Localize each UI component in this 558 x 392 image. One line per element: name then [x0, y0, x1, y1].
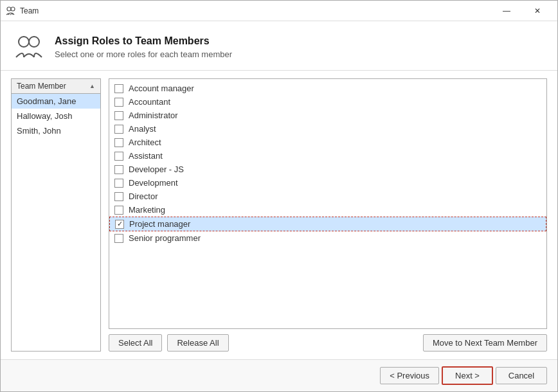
team-member-item[interactable]: Goodman, Jane	[12, 94, 100, 109]
role-checkbox[interactable]	[114, 138, 123, 147]
previous-button[interactable]: < Previous	[380, 367, 439, 384]
navigation-buttons: < Previous Next > Cancel	[380, 366, 547, 385]
dialog-header: Assign Roles to Team Members Select one …	[1, 21, 557, 71]
dialog-subtitle: Select one or more roles for each team m…	[55, 49, 232, 59]
title-bar: Team — ✕	[1, 1, 557, 21]
role-item[interactable]: Director	[109, 190, 546, 203]
team-panel-label: Team Member	[17, 82, 66, 91]
role-item[interactable]: Developer - JS	[109, 163, 546, 176]
role-item[interactable]: Senior programmer	[109, 231, 546, 245]
move-next-button[interactable]: Move to Next Team Member	[423, 334, 547, 352]
select-all-button[interactable]: Select All	[109, 334, 162, 352]
role-label: Director	[129, 192, 158, 201]
header-text: Assign Roles to Team Members Select one …	[55, 35, 232, 59]
window-title: Team	[20, 6, 39, 15]
scroll-arrow-icon: ▲	[89, 83, 95, 89]
roles-list: Account managerAccountantAdministratorAn…	[109, 78, 547, 329]
window-icon	[6, 6, 16, 16]
role-item[interactable]: Analyst	[109, 122, 546, 136]
role-item[interactable]: Accountant	[109, 95, 546, 109]
role-label: Senior programmer	[129, 233, 201, 243]
bottom-bar: < Previous Next > Cancel	[1, 359, 557, 391]
title-bar-left: Team	[6, 6, 39, 16]
role-checkbox[interactable]	[114, 234, 123, 243]
role-checkbox[interactable]	[114, 84, 123, 93]
release-all-button[interactable]: Release All	[167, 334, 228, 352]
role-label: Analyst	[129, 124, 156, 134]
role-checkbox[interactable]	[114, 165, 123, 174]
team-icon	[14, 31, 44, 62]
close-button[interactable]: ✕	[523, 1, 552, 21]
roles-panel: Account managerAccountantAdministratorAn…	[109, 78, 547, 352]
team-panel: Team Member ▲ Goodman, JaneHalloway, Jos…	[11, 78, 101, 352]
svg-point-3	[29, 37, 39, 47]
role-label: Accountant	[129, 97, 170, 107]
role-label: Marketing	[129, 205, 165, 215]
roles-action-buttons: Select All Release All Move to Next Team…	[109, 334, 547, 352]
role-label: Developer - JS	[129, 165, 184, 174]
cancel-button[interactable]: Cancel	[496, 367, 547, 384]
svg-point-2	[19, 37, 29, 47]
title-bar-controls: — ✕	[492, 1, 552, 21]
role-label: Account manager	[129, 84, 194, 93]
team-member-item[interactable]: Smith, John	[12, 123, 100, 138]
role-item[interactable]: Marketing	[109, 203, 546, 217]
role-checkbox[interactable]	[114, 125, 123, 134]
role-item[interactable]: Project manager	[109, 217, 546, 231]
role-item[interactable]: Architect	[109, 136, 546, 149]
dialog-title: Assign Roles to Team Members	[55, 35, 232, 47]
role-checkbox[interactable]	[114, 152, 123, 161]
role-item[interactable]: Assistant	[109, 149, 546, 163]
team-member-item[interactable]: Halloway, Josh	[12, 109, 100, 123]
team-member-list[interactable]: Goodman, JaneHalloway, JoshSmith, John	[11, 93, 101, 352]
role-checkbox[interactable]	[114, 206, 123, 215]
role-item[interactable]: Development	[109, 176, 546, 190]
role-label: Administrator	[129, 111, 178, 120]
role-checkbox[interactable]	[115, 220, 124, 229]
role-checkbox[interactable]	[114, 179, 123, 188]
role-item[interactable]: Account manager	[109, 82, 546, 95]
role-item[interactable]: Administrator	[109, 109, 546, 122]
role-checkbox[interactable]	[114, 98, 123, 107]
next-button[interactable]: Next >	[442, 366, 493, 385]
svg-point-1	[11, 7, 15, 11]
dialog-content: Team Member ▲ Goodman, JaneHalloway, Jos…	[1, 71, 557, 359]
svg-point-0	[7, 7, 11, 11]
role-checkbox[interactable]	[114, 192, 123, 201]
team-panel-header: Team Member ▲	[11, 78, 101, 93]
minimize-button[interactable]: —	[492, 1, 521, 21]
role-label: Assistant	[129, 151, 163, 161]
main-window: Team — ✕ Assign Roles to Team Members Se…	[0, 0, 558, 392]
role-checkbox[interactable]	[114, 111, 123, 120]
role-label: Development	[129, 178, 178, 188]
role-label: Architect	[129, 138, 161, 147]
role-label: Project manager	[129, 219, 190, 229]
